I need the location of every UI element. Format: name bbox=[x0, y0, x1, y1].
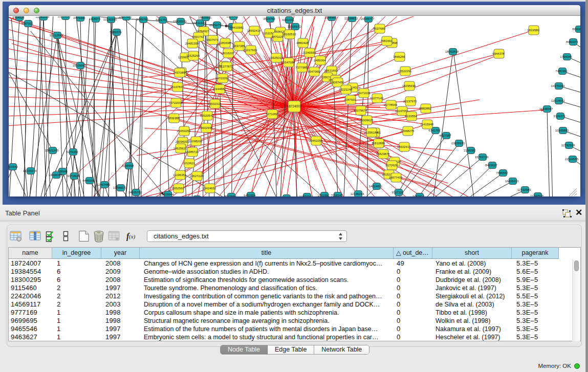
svg-text:8880882: 8880882 bbox=[419, 107, 431, 110]
svg-text:19786573: 19786573 bbox=[113, 186, 127, 189]
svg-text:14502316: 14502316 bbox=[208, 102, 222, 105]
svg-text:19306972: 19306972 bbox=[288, 25, 301, 28]
svg-text:19511323: 19511323 bbox=[192, 21, 206, 25]
svg-text:13235674: 13235674 bbox=[23, 169, 37, 172]
svg-text:15107837: 15107837 bbox=[170, 85, 184, 89]
svg-text:21825944: 21825944 bbox=[160, 193, 174, 196]
svg-text:6421791: 6421791 bbox=[156, 18, 168, 21]
svg-text:9327110: 9327110 bbox=[392, 191, 404, 194]
svg-text:22237970: 22237970 bbox=[403, 100, 417, 103]
svg-text:3845266: 3845266 bbox=[393, 55, 405, 58]
svg-text:15631662: 15631662 bbox=[324, 69, 338, 72]
svg-text:4880428: 4880428 bbox=[296, 41, 309, 45]
svg-text:7681691: 7681691 bbox=[380, 39, 393, 42]
svg-text:7437085: 7437085 bbox=[173, 71, 185, 74]
svg-text:15212844: 15212844 bbox=[50, 34, 63, 37]
svg-text:6001431: 6001431 bbox=[282, 18, 294, 21]
svg-text:8943586: 8943586 bbox=[224, 195, 236, 196]
svg-text:10365880: 10365880 bbox=[555, 129, 569, 132]
svg-text:3329373: 3329373 bbox=[553, 115, 565, 118]
svg-text:1831692: 1831692 bbox=[317, 194, 330, 196]
svg-text:16793736: 16793736 bbox=[475, 156, 489, 159]
svg-text:20545777: 20545777 bbox=[361, 17, 375, 20]
svg-text:18160510: 18160510 bbox=[282, 33, 296, 36]
svg-text:3347931: 3347931 bbox=[344, 98, 356, 101]
svg-text:8052560: 8052560 bbox=[172, 187, 184, 190]
svg-text:10627226: 10627226 bbox=[190, 174, 204, 178]
svg-text:8636837: 8636837 bbox=[572, 28, 580, 31]
svg-text:10920542: 10920542 bbox=[200, 114, 214, 117]
svg-text:4097022: 4097022 bbox=[21, 22, 33, 25]
svg-text:22968275: 22968275 bbox=[401, 129, 415, 133]
svg-text:12014643: 12014643 bbox=[551, 99, 565, 102]
svg-text:19385721: 19385721 bbox=[185, 150, 199, 154]
svg-text:1819580: 1819580 bbox=[527, 29, 539, 32]
svg-text:14370299: 14370299 bbox=[551, 84, 565, 87]
svg-text:1013621: 1013621 bbox=[183, 162, 195, 165]
svg-text:14410981: 14410981 bbox=[230, 26, 244, 29]
svg-text:1118973: 1118973 bbox=[89, 17, 101, 20]
svg-text:14635762: 14635762 bbox=[128, 191, 142, 194]
svg-text:5969202: 5969202 bbox=[9, 151, 9, 154]
svg-text:19539665: 19539665 bbox=[73, 64, 86, 67]
svg-text:9372828: 9372828 bbox=[67, 174, 79, 178]
svg-text:14625621: 14625621 bbox=[173, 147, 187, 150]
svg-text:15823878: 15823878 bbox=[376, 152, 390, 156]
svg-text:18092818: 18092818 bbox=[445, 50, 459, 53]
svg-text:10522291: 10522291 bbox=[398, 70, 412, 73]
svg-text:10283847: 10283847 bbox=[58, 16, 72, 18]
svg-text:7480360: 7480360 bbox=[555, 70, 568, 73]
svg-text:19820911: 19820911 bbox=[198, 16, 212, 19]
svg-text:7696552: 7696552 bbox=[496, 171, 508, 174]
svg-text:16877493: 16877493 bbox=[389, 176, 403, 179]
svg-text:15350791: 15350791 bbox=[209, 24, 223, 27]
svg-text:12146294: 12146294 bbox=[351, 192, 364, 195]
svg-text:21778944: 21778944 bbox=[384, 103, 398, 106]
svg-text:13006085: 13006085 bbox=[49, 173, 62, 177]
svg-text:14814801: 14814801 bbox=[369, 185, 383, 188]
svg-text:12192300: 12192300 bbox=[103, 18, 117, 21]
svg-text:14834304: 14834304 bbox=[299, 195, 313, 196]
svg-text:6452654: 6452654 bbox=[244, 194, 256, 196]
svg-text:5944378: 5944378 bbox=[492, 52, 505, 55]
svg-text:13388832: 13388832 bbox=[344, 17, 358, 20]
svg-text:7377985: 7377985 bbox=[295, 66, 308, 69]
svg-text:11240506: 11240506 bbox=[530, 194, 544, 196]
svg-text:8537689: 8537689 bbox=[373, 27, 385, 30]
svg-text:4449181: 4449181 bbox=[82, 179, 95, 182]
svg-text:16445213: 16445213 bbox=[505, 180, 519, 183]
svg-text:15421249: 15421249 bbox=[45, 149, 59, 152]
svg-text:22283054: 22283054 bbox=[36, 16, 50, 18]
svg-text:9547069: 9547069 bbox=[308, 70, 320, 73]
svg-text:12732589: 12732589 bbox=[517, 188, 531, 191]
svg-text:21340993: 21340993 bbox=[302, 51, 316, 54]
svg-text:12079674: 12079674 bbox=[354, 109, 367, 112]
svg-text:4627087: 4627087 bbox=[439, 134, 451, 137]
svg-text:13722004: 13722004 bbox=[169, 101, 183, 104]
svg-text:19067450: 19067450 bbox=[331, 81, 344, 84]
svg-text:10348367: 10348367 bbox=[539, 107, 553, 111]
svg-text:11377871: 11377871 bbox=[220, 65, 233, 68]
svg-text:16602414: 16602414 bbox=[397, 145, 411, 148]
svg-text:15825539: 15825539 bbox=[173, 20, 187, 23]
svg-text:18992414: 18992414 bbox=[247, 29, 261, 32]
svg-text:13835970: 13835970 bbox=[451, 142, 465, 145]
svg-text:18724007: 18724007 bbox=[287, 104, 302, 108]
svg-text:15424652: 15424652 bbox=[203, 187, 216, 190]
svg-text:20347084: 20347084 bbox=[281, 61, 295, 64]
svg-text:9952514: 9952514 bbox=[412, 195, 425, 196]
svg-text:12782508: 12782508 bbox=[561, 144, 575, 147]
svg-text:2283698: 2283698 bbox=[219, 41, 231, 45]
svg-text:6341793: 6341793 bbox=[428, 129, 441, 132]
svg-text:20461059: 20461059 bbox=[309, 139, 323, 142]
svg-text:11196351: 11196351 bbox=[173, 173, 186, 177]
svg-text:8170629: 8170629 bbox=[385, 164, 398, 167]
svg-text:1794046: 1794046 bbox=[560, 55, 572, 58]
svg-text:20096003: 20096003 bbox=[176, 140, 189, 143]
svg-text:22524555: 22524555 bbox=[565, 158, 579, 161]
svg-text:13925013: 13925013 bbox=[269, 56, 283, 59]
svg-text:22377977: 22377977 bbox=[119, 16, 133, 18]
svg-text:6991741: 6991741 bbox=[192, 35, 204, 38]
svg-text:8463637: 8463637 bbox=[485, 164, 497, 167]
svg-text:20481358: 20481358 bbox=[185, 42, 199, 45]
